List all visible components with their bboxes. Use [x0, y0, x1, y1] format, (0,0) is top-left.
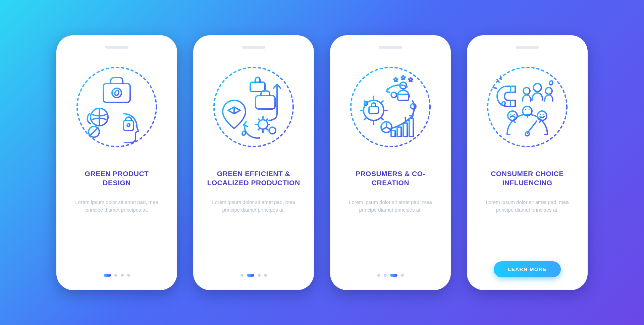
svg-rect-21	[409, 118, 413, 137]
phone-notch	[379, 46, 402, 49]
page-dot-1[interactable]	[240, 274, 244, 277]
svg-point-25	[545, 88, 552, 94]
consumer-choice-icon	[484, 63, 571, 151]
phone-notch	[105, 46, 128, 49]
page-dot-4[interactable]	[127, 274, 130, 277]
screen-body: Lorem ipsum dolor sit amet pad, mea prin…	[210, 198, 297, 214]
page-dot-4[interactable]	[401, 274, 404, 277]
svg-rect-17	[369, 106, 378, 114]
svg-rect-5	[123, 120, 133, 130]
learn-more-button[interactable]: LEARN MORE	[494, 261, 561, 277]
onboarding-screen-3: PROSUMERS & CO-CREATION Lorem ipsum dolo…	[330, 35, 451, 290]
svg-rect-13	[398, 94, 409, 100]
page-dot-2[interactable]	[247, 274, 254, 277]
phone-notch	[242, 46, 265, 49]
onboarding-screen-1: GREEN PRODUCT DESIGN Lorem ipsum dolor s…	[56, 35, 177, 290]
localized-production-icon	[210, 63, 297, 151]
svg-rect-20	[403, 123, 407, 137]
screen-title: GREEN EFFICIENT & LOCALIZED PRODUCTION	[207, 165, 301, 192]
screen-title: PROSUMERS & CO-CREATION	[343, 165, 437, 192]
page-dot-1[interactable]	[377, 274, 380, 277]
screen-body: Lorem ipsum dolor sit amet pad, mea prin…	[73, 198, 160, 214]
svg-point-30	[514, 114, 515, 115]
onboarding-screen-2: GREEN EFFICIENT & LOCALIZED PRODUCTION L…	[193, 35, 314, 290]
svg-point-34	[537, 111, 547, 120]
svg-point-10	[269, 127, 276, 134]
onboarding-stage: GREEN PRODUCT DESIGN Lorem ipsum dolor s…	[56, 35, 588, 290]
svg-point-29	[511, 114, 512, 115]
page-indicator	[240, 274, 267, 281]
screen-body: Lorem ipsum dolor sit amet pad, mea prin…	[347, 198, 434, 214]
page-indicator	[104, 274, 130, 281]
onboarding-screen-4: CONSUMER CHOICE INFLUENCING Lorem ipsum …	[467, 35, 588, 290]
page-dot-3[interactable]	[121, 274, 124, 277]
phone-notch	[516, 46, 539, 49]
svg-rect-7	[250, 82, 265, 92]
prosumers-cocreation-icon	[347, 63, 434, 151]
svg-point-14	[391, 92, 396, 98]
svg-rect-19	[397, 127, 401, 137]
page-dot-4[interactable]	[264, 274, 267, 277]
page-dot-3[interactable]	[390, 274, 397, 277]
green-product-design-icon	[73, 63, 160, 151]
screen-title: CONSUMER CHOICE INFLUENCING	[480, 165, 574, 192]
svg-point-35	[540, 114, 541, 115]
svg-point-2	[112, 88, 121, 98]
screen-title: GREEN PRODUCT DESIGN	[70, 165, 164, 192]
svg-rect-8	[256, 96, 275, 109]
page-indicator	[377, 274, 404, 281]
svg-point-36	[543, 114, 544, 115]
svg-rect-1	[103, 84, 130, 102]
page-dot-2[interactable]	[114, 274, 117, 277]
svg-point-6	[214, 67, 293, 147]
svg-rect-18	[391, 130, 395, 137]
svg-point-24	[533, 84, 541, 92]
page-dot-3[interactable]	[258, 274, 261, 277]
page-dot-2[interactable]	[384, 274, 387, 277]
svg-point-15	[411, 104, 416, 109]
svg-point-26	[523, 88, 530, 94]
svg-point-9	[258, 120, 268, 129]
svg-point-33	[529, 109, 530, 110]
page-dot-1[interactable]	[104, 274, 111, 277]
svg-point-32	[525, 109, 526, 110]
screen-body: Lorem ipsum dolor sit amet pad, mea prin…	[484, 198, 571, 214]
